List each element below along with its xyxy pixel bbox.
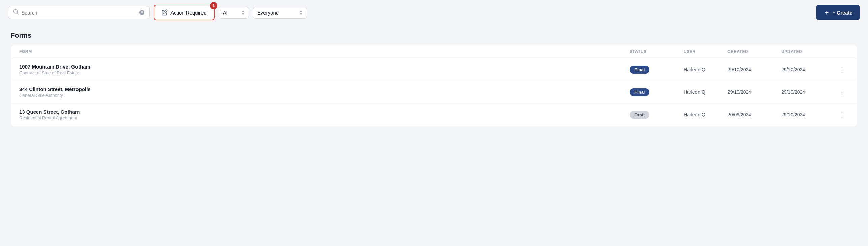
row-status: Final	[630, 88, 684, 96]
action-required-wrapper: Action Required 1	[154, 5, 215, 20]
row-form-info: 344 Clinton Street, Metropolis General S…	[19, 86, 630, 98]
col-header-user: USER	[684, 49, 727, 54]
status-badge: Final	[630, 66, 649, 74]
create-label: + Create	[832, 10, 852, 16]
svg-marker-5	[242, 10, 244, 12]
table-row: 1007 Mountain Drive, Gotham Contract of …	[11, 58, 857, 81]
everyone-select[interactable]: Everyone	[253, 7, 307, 19]
row-created: 20/09/2024	[727, 112, 781, 117]
col-header-actions	[835, 49, 849, 54]
svg-point-0	[14, 10, 18, 13]
table-row: 13 Queen Street, Gotham Residential Rent…	[11, 104, 857, 126]
row-title: 13 Queen Street, Gotham	[19, 109, 630, 115]
row-status: Final	[630, 66, 684, 74]
forms-table: FORM STATUS USER CREATED UPDATED 1007 Mo…	[11, 45, 857, 126]
svg-line-1	[17, 13, 19, 15]
action-required-badge: 1	[210, 2, 217, 9]
search-clear-icon[interactable]	[139, 10, 145, 15]
col-header-form: FORM	[19, 49, 630, 54]
row-form-info: 1007 Mountain Drive, Gotham Contract of …	[19, 64, 630, 75]
main-content: Forms FORM STATUS USER CREATED UPDATED 1…	[0, 25, 868, 133]
status-badge: Draft	[630, 111, 649, 119]
table-row: 344 Clinton Street, Metropolis General S…	[11, 81, 857, 104]
row-menu-button[interactable]: ⋮	[835, 65, 849, 74]
col-header-updated: UPDATED	[781, 49, 835, 54]
all-select[interactable]: All	[219, 7, 249, 19]
top-bar: Action Required 1 All Everyone ＋	[0, 0, 868, 25]
row-menu-button[interactable]: ⋮	[835, 111, 849, 119]
create-icon: ＋	[824, 8, 830, 17]
action-required-label: Action Required	[170, 10, 207, 16]
table-header: FORM STATUS USER CREATED UPDATED	[11, 45, 857, 58]
row-subtitle: Residential Rental Agreement	[19, 115, 630, 120]
row-updated: 29/10/2024	[781, 67, 835, 72]
row-title: 344 Clinton Street, Metropolis	[19, 86, 630, 92]
col-header-created: CREATED	[727, 49, 781, 54]
create-button[interactable]: ＋ + Create	[816, 5, 860, 20]
svg-marker-6	[242, 13, 244, 15]
all-arrows	[241, 10, 245, 15]
svg-marker-7	[300, 10, 302, 12]
row-subtitle: General Sale Authority	[19, 93, 630, 98]
search-input[interactable]	[21, 10, 136, 16]
row-created: 29/10/2024	[727, 67, 781, 72]
everyone-arrows	[299, 10, 303, 15]
row-user: Harleen Q.	[684, 112, 727, 117]
svg-marker-8	[300, 13, 302, 15]
status-badge: Final	[630, 88, 649, 96]
search-icon	[13, 9, 19, 16]
row-created: 29/10/2024	[727, 89, 781, 95]
row-subtitle: Contract of Sale of Real Estate	[19, 70, 630, 75]
row-updated: 29/10/2024	[781, 112, 835, 117]
search-container	[8, 6, 150, 19]
row-menu-button[interactable]: ⋮	[835, 88, 849, 96]
action-required-button[interactable]: Action Required	[155, 6, 213, 19]
row-user: Harleen Q.	[684, 67, 727, 72]
row-updated: 29/10/2024	[781, 89, 835, 95]
col-header-status: STATUS	[630, 49, 684, 54]
everyone-label: Everyone	[257, 10, 297, 16]
section-title: Forms	[11, 32, 857, 39]
row-form-info: 13 Queen Street, Gotham Residential Rent…	[19, 109, 630, 120]
all-label: All	[223, 10, 239, 16]
row-status: Draft	[630, 111, 684, 119]
row-title: 1007 Mountain Drive, Gotham	[19, 64, 630, 70]
row-user: Harleen Q.	[684, 89, 727, 95]
edit-icon	[162, 9, 168, 16]
